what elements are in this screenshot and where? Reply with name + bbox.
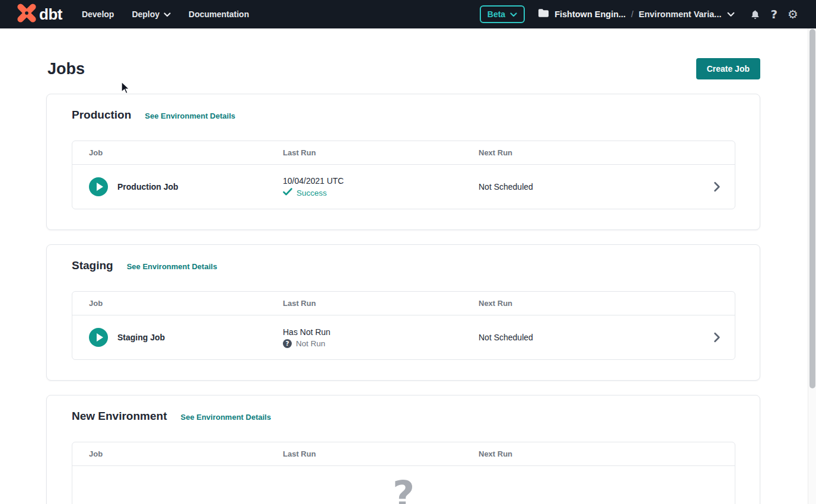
environment-name: Production — [72, 109, 131, 122]
job-row-staging-job[interactable]: Staging Job Has Not Run ? Not Run Not Sc… — [72, 315, 735, 359]
success-check-icon — [283, 188, 292, 197]
nav-item-deploy[interactable]: Deploy — [132, 9, 171, 19]
not-run-question-icon: ? — [283, 339, 292, 348]
see-environment-details-link[interactable]: See Environment Details — [145, 111, 235, 120]
last-run-date: 10/04/2021 UTC — [283, 176, 479, 186]
last-run-status: Not Run — [296, 339, 326, 348]
column-header-job: Job — [89, 148, 283, 157]
job-name: Production Job — [117, 182, 179, 192]
environment-name: New Environment — [72, 410, 167, 423]
scrollbar-track[interactable] — [808, 28, 816, 504]
jobs-table: Job Last Run Next Run Staging Job Has No… — [72, 291, 735, 360]
breadcrumb[interactable]: Fishtown Engin... / Environment Varia... — [538, 8, 735, 20]
chevron-down-icon — [727, 9, 735, 20]
chevron-down-icon — [510, 9, 517, 19]
column-header-job: Job — [89, 299, 283, 308]
play-icon — [97, 333, 103, 342]
chevron-right-icon[interactable] — [699, 181, 735, 192]
environment-name: Staging — [72, 259, 113, 272]
column-header-next-run: Next Run — [479, 449, 699, 458]
notifications-bell-icon[interactable] — [750, 9, 760, 20]
jobs-table: Job Last Run Next Run Production Job 10/… — [72, 141, 735, 209]
create-job-button[interactable]: Create Job — [696, 58, 760, 79]
play-icon — [97, 183, 103, 191]
column-header-last-run: Last Run — [283, 449, 479, 458]
folder-icon — [538, 8, 549, 20]
job-name: Staging Job — [117, 333, 165, 342]
empty-jobs-state: ? — [72, 466, 735, 504]
job-row-production-job[interactable]: Production Job 10/04/2021 UTC Success No… — [72, 165, 735, 209]
environment-card-staging: Staging See Environment Details Job Last… — [46, 244, 760, 381]
dbt-wordmark: dbt — [39, 5, 62, 24]
breadcrumb-page[interactable]: Environment Varia... — [639, 9, 721, 19]
chevron-down-icon — [164, 9, 171, 19]
breadcrumb-separator: / — [631, 9, 633, 19]
top-nav: dbt Develop Deploy Documentation Beta Fi… — [0, 0, 816, 28]
environment-card-production: Production See Environment Details Job L… — [46, 94, 760, 230]
main-content: Jobs Create Job Production See Environme… — [0, 28, 816, 504]
next-run-value: Not Scheduled — [479, 333, 699, 342]
beta-dropdown[interactable]: Beta — [480, 5, 525, 23]
column-header-next-run: Next Run — [479, 299, 699, 308]
run-job-play-button[interactable] — [89, 328, 108, 347]
last-run-status: Success — [297, 189, 327, 197]
page-title: Jobs — [47, 60, 85, 78]
nav-item-develop[interactable]: Develop — [82, 9, 114, 19]
nav-item-documentation[interactable]: Documentation — [189, 9, 249, 19]
column-header-last-run: Last Run — [283, 148, 479, 157]
chevron-right-icon[interactable] — [699, 332, 735, 343]
jobs-table: Job Last Run Next Run ? — [72, 442, 735, 504]
see-environment-details-link[interactable]: See Environment Details — [127, 262, 217, 271]
last-run-date: Has Not Run — [283, 327, 479, 337]
help-icon[interactable]: ? — [770, 7, 777, 21]
next-run-value: Not Scheduled — [479, 182, 699, 192]
settings-gear-icon[interactable]: ⚙ — [788, 7, 798, 21]
column-header-next-run: Next Run — [479, 148, 699, 157]
environment-card-new-environment: New Environment See Environment Details … — [46, 395, 760, 504]
breadcrumb-project[interactable]: Fishtown Engin... — [554, 9, 626, 19]
dbt-logo[interactable]: dbt — [17, 3, 62, 25]
scrollbar-thumb[interactable] — [809, 29, 815, 388]
column-header-last-run: Last Run — [283, 299, 479, 308]
column-header-job: Job — [89, 449, 283, 458]
run-job-play-button[interactable] — [89, 177, 108, 196]
empty-state-question-icon: ? — [393, 476, 415, 504]
dbt-logo-icon — [17, 3, 37, 25]
see-environment-details-link[interactable]: See Environment Details — [180, 413, 270, 422]
